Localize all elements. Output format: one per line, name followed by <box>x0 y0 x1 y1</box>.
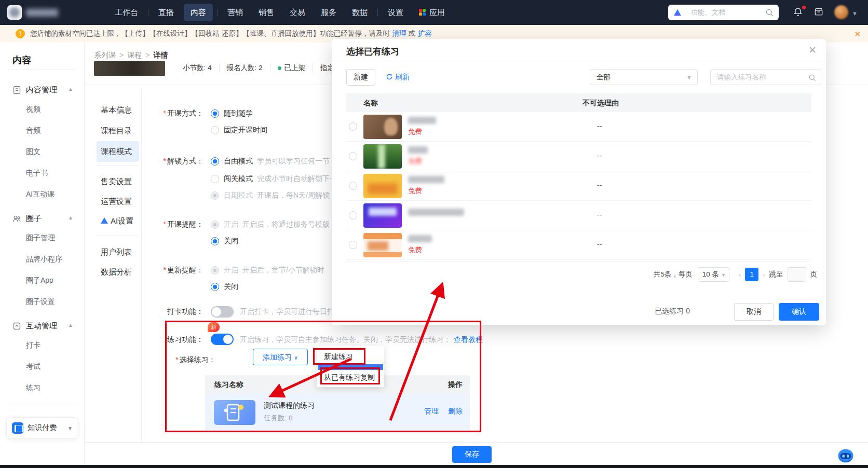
sidebar-item-article[interactable]: 图文 <box>26 147 40 157</box>
exercise-toggle[interactable] <box>211 334 234 345</box>
checkin-toggle[interactable] <box>211 306 234 318</box>
row-radio[interactable] <box>349 122 357 131</box>
nav-item-live[interactable]: 直播 <box>151 0 182 25</box>
option-anytime[interactable]: 随到随学 <box>224 109 253 118</box>
sidebar-item-circle-app[interactable]: 圈子App <box>26 276 53 285</box>
jump-page-input[interactable] <box>788 267 806 282</box>
sidebar-item-ai-course[interactable]: AI互动课 <box>26 190 55 199</box>
modal-table-header: 名称 不可选理由 <box>346 93 811 112</box>
notification-bell-icon[interactable] <box>793 7 804 18</box>
row-radio[interactable] <box>349 182 357 190</box>
modal-filter-select[interactable]: 全部▼ <box>590 70 698 85</box>
sidebar-item-video[interactable]: 视频 <box>26 105 40 114</box>
current-page-button[interactable]: 1 <box>745 268 758 281</box>
nav-item-data[interactable]: 数据 <box>344 0 375 25</box>
delete-link[interactable]: 删除 <box>448 407 463 415</box>
search-icon[interactable] <box>765 8 774 17</box>
col-unselectable-reason: 不可选理由 <box>582 99 619 107</box>
next-page-icon[interactable]: › <box>763 271 765 279</box>
sidebar-item-circle-settings[interactable]: 圈子设置 <box>26 297 55 307</box>
option-level-mode[interactable]: 闯关模式完成小节时自动解锁下一 <box>224 174 337 184</box>
view-tutorial-link[interactable]: 查看教程 <box>454 335 483 343</box>
tab-course-catalog[interactable]: 课程目录 <box>97 120 139 141</box>
nav-item-marketing[interactable]: 营销 <box>220 0 251 25</box>
chevron-up-icon[interactable]: ▲ <box>68 86 73 92</box>
option-update-off[interactable]: 关闭 <box>224 282 238 292</box>
row-radio[interactable] <box>349 152 357 160</box>
modal-refresh-button[interactable]: 刷新 <box>386 73 410 82</box>
user-menu-chevron-icon[interactable]: ▼ <box>852 10 858 17</box>
nav-item-workbench[interactable]: 工作台 <box>107 0 146 25</box>
radio-fixed-time[interactable] <box>211 126 219 134</box>
status-dot <box>278 66 281 70</box>
modal-new-button[interactable]: 新建 <box>346 69 375 86</box>
expand-link[interactable]: 扩容 <box>418 29 432 38</box>
divider <box>8 406 76 406</box>
sidebar-item-checkin[interactable]: 打卡 <box>26 341 40 350</box>
nav-item-apps[interactable]: 应用 <box>411 0 453 25</box>
clean-up-link[interactable]: 清理 <box>392 29 406 38</box>
nav-item-sales[interactable]: 销售 <box>251 0 282 25</box>
radio-free-mode[interactable] <box>211 157 219 166</box>
sidebar-section-content-mgmt[interactable]: 内容管理 ▲ <box>0 85 85 98</box>
chevron-up-icon[interactable]: ▲ <box>68 215 73 221</box>
row-price: 免费 <box>408 127 422 136</box>
brand-logo[interactable] <box>7 5 22 20</box>
exercise-option-row: 免费 -- <box>346 230 811 260</box>
divider <box>332 62 826 62</box>
cancel-button[interactable]: 取消 <box>734 303 774 321</box>
option-free-mode[interactable]: 自由模式学员可以学习任何一节 <box>224 157 330 166</box>
global-search-input[interactable]: 功能、文档 <box>668 5 779 20</box>
banner-close-icon[interactable]: ✕ <box>854 30 861 39</box>
bottom-strip <box>0 465 868 468</box>
nav-item-trade[interactable]: 交易 <box>282 0 313 25</box>
sidebar-section-circle[interactable]: 圈子 ▲ <box>0 214 85 226</box>
confirm-button[interactable]: 确认 <box>779 303 819 321</box>
radio-update-off[interactable] <box>211 283 219 291</box>
add-exercise-button[interactable]: 添加练习 ∨ <box>253 349 308 365</box>
save-button[interactable]: 保存 <box>452 446 492 463</box>
page-size-select[interactable]: 10 条 ▼ <box>698 267 729 282</box>
menu-item-copy-exercise[interactable]: 从已有练习复制 <box>317 368 384 386</box>
tab-basic-info[interactable]: 基本信息 <box>97 100 139 120</box>
radio-level-mode[interactable] <box>211 175 219 183</box>
store-window-icon[interactable] <box>813 7 825 18</box>
knowledge-pay-switcher[interactable]: 知识付费 ▼ <box>6 417 78 439</box>
manage-link[interactable]: 管理 <box>424 407 439 415</box>
breadcrumb-course[interactable]: 课程 <box>127 51 142 59</box>
tab-data-analysis[interactable]: 数据分析 <box>97 261 139 282</box>
assistant-robot-icon[interactable] <box>836 446 856 466</box>
sidebar-item-circle-mgmt[interactable]: 圈子管理 <box>26 233 55 243</box>
nav-item-content[interactable]: 内容 <box>184 4 213 21</box>
tab-sales-settings[interactable]: 售卖设置 <box>97 171 139 192</box>
sidebar-item-audio[interactable]: 音频 <box>26 126 40 135</box>
nav-item-service[interactable]: 服务 <box>313 0 344 25</box>
row-radio[interactable] <box>349 211 357 219</box>
sidebar-item-brand-miniprogram[interactable]: 品牌小程序 <box>26 255 62 264</box>
option-reminder-off[interactable]: 关闭 <box>224 237 238 246</box>
field-label-start-mode: *开课方式： <box>146 109 204 118</box>
row-radio[interactable] <box>349 241 357 249</box>
selected-count: 已选练习 0 <box>655 307 690 316</box>
chevron-up-icon[interactable]: ▲ <box>68 322 73 328</box>
tab-operation-settings[interactable]: 运营设置 <box>97 191 139 212</box>
menu-item-new-exercise[interactable]: 新建练习 <box>317 348 384 365</box>
option-fixed-time[interactable]: 固定开课时间 <box>224 126 267 135</box>
tab-user-list[interactable]: 用户列表 <box>97 242 139 263</box>
nav-divider <box>217 9 218 16</box>
sidebar-section-interaction-mgmt[interactable]: 互动管理 ▲ <box>0 321 85 334</box>
sidebar-item-ebook[interactable]: 电子书 <box>26 169 48 178</box>
tab-ai-settings[interactable]: AI设置 <box>97 211 139 231</box>
breadcrumb-series[interactable]: 系列课 <box>94 51 116 59</box>
interaction-icon <box>12 322 21 331</box>
user-avatar[interactable] <box>834 5 848 19</box>
radio-anytime[interactable] <box>211 109 219 118</box>
tab-course-mode[interactable]: 课程模式 <box>97 141 139 162</box>
prev-page-icon[interactable]: ‹ <box>739 271 741 279</box>
sidebar-item-exercise[interactable]: 练习 <box>26 383 40 393</box>
radio-reminder-off[interactable] <box>211 237 219 245</box>
sidebar-item-exam[interactable]: 考试 <box>26 362 40 371</box>
modal-search-input[interactable]: 请输入练习名称 <box>710 70 821 85</box>
modal-close-icon[interactable]: ✕ <box>808 44 817 56</box>
nav-item-settings[interactable]: 设置 <box>380 0 411 25</box>
